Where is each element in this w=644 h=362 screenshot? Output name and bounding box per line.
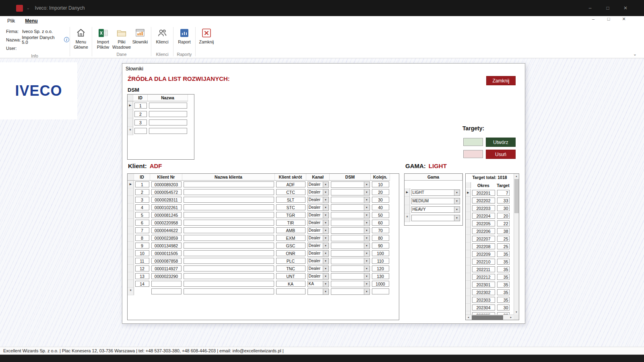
form-close-button[interactable]: ✕ [621, 16, 627, 22]
okres-cell[interactable]: 202201 [472, 190, 495, 196]
klient-skrot-cell[interactable]: STC [276, 204, 305, 210]
dsm-nazwa-cell[interactable] [149, 111, 187, 117]
id-cell[interactable]: 3 [135, 197, 149, 203]
nazwa-klienta-cell[interactable] [184, 189, 274, 195]
column-header[interactable]: Kolejn. [371, 174, 390, 181]
scroll-right-icon[interactable]: ► [508, 315, 514, 320]
kolejn-cell[interactable]: 30 [372, 197, 389, 203]
info-icon[interactable]: i [64, 37, 69, 42]
target-cell[interactable]: 35 [497, 266, 510, 272]
column-header[interactable]: Klient Nr [150, 174, 182, 181]
row-selector[interactable] [466, 235, 471, 243]
dsm-select[interactable]: ▼ [331, 288, 370, 295]
dsm-id-cell[interactable]: 2 [134, 111, 147, 117]
nazwa-klienta-cell[interactable] [184, 258, 274, 264]
row-selector[interactable] [128, 219, 134, 226]
kanal-select[interactable]: Dealer▼ [308, 227, 329, 234]
kanal-select[interactable]: Dealer▼ [308, 197, 329, 203]
klient-skrot-cell[interactable]: AMB [276, 227, 305, 233]
kanal-select[interactable]: KA▼ [308, 281, 329, 287]
row-selector[interactable] [466, 258, 471, 265]
row-selector[interactable] [466, 204, 471, 212]
klient-nr-cell[interactable]: 0000220958 [151, 220, 182, 226]
row-selector[interactable] [128, 211, 134, 219]
okres-cell[interactable]: 202302 [472, 289, 495, 295]
target-cell[interactable]: 33 [497, 197, 510, 204]
kolejn-cell[interactable]: 20 [372, 189, 389, 195]
row-selector[interactable] [466, 220, 471, 227]
okres-cell[interactable]: 202204 [472, 213, 495, 219]
row-selector[interactable]: * [128, 288, 134, 295]
nazwa-klienta-cell[interactable] [184, 220, 274, 226]
dsm-nazwa-cell[interactable] [149, 119, 187, 125]
kanal-select[interactable]: Dealer▼ [308, 243, 329, 249]
klient-skrot-cell[interactable]: SLT [276, 197, 305, 203]
form-maximize-button[interactable]: □ [605, 16, 612, 22]
id-cell[interactable]: 8 [135, 235, 149, 241]
target-column-header[interactable]: Target [496, 182, 510, 188]
klient-skrot-cell[interactable]: TGR [276, 212, 305, 218]
target-cell[interactable]: 35 [497, 259, 510, 265]
row-selector[interactable] [128, 188, 134, 196]
klient-skrot-cell[interactable]: TNC [276, 265, 305, 272]
klient-nr-cell[interactable]: 0000011505 [151, 250, 182, 256]
kolejn-cell[interactable]: 80 [372, 235, 389, 241]
klient-nr-cell[interactable]: 0000028311 [151, 197, 182, 203]
row-selector[interactable]: ▶ [466, 189, 471, 197]
target-cell[interactable]: 20 [497, 213, 510, 219]
kanal-select[interactable]: Dealer▼ [308, 212, 329, 218]
row-selector[interactable] [466, 296, 471, 304]
dsm-select[interactable]: ▼ [331, 273, 370, 280]
klient-skrot-cell[interactable]: ADF [276, 181, 305, 187]
gama-select[interactable]: HEAVY▼ [411, 206, 460, 213]
kanal-select[interactable]: ▼ [308, 288, 329, 295]
ribbon-button-zamknij[interactable]: Zamknij [197, 25, 216, 45]
zamknij-button[interactable]: Zamknij [486, 76, 516, 85]
scroll-down-icon[interactable]: ▼ [514, 310, 519, 315]
target-cell[interactable]: 35 [497, 282, 510, 288]
row-selector[interactable] [128, 196, 134, 204]
dsm-select[interactable]: ▼ [331, 227, 370, 234]
dsm-select[interactable]: ▼ [331, 197, 370, 203]
kolejn-cell[interactable]: 90 [372, 243, 389, 249]
menu-menu[interactable]: Menu [25, 18, 37, 24]
dsm-select[interactable]: ▼ [331, 258, 370, 264]
scroll-up-icon[interactable]: ▲ [514, 174, 519, 179]
kolejn-cell[interactable]: 40 [372, 204, 389, 210]
row-selector[interactable]: * [128, 127, 133, 135]
column-header[interactable]: DSM [330, 174, 371, 181]
klient-nr-cell[interactable]: 0000134982 [151, 243, 182, 249]
minimize-button[interactable]: – [581, 0, 599, 16]
nazwa-klienta-cell[interactable] [184, 265, 274, 272]
dsm-select[interactable]: ▼ [331, 250, 370, 257]
klient-skrot-cell[interactable]: GSC [276, 243, 305, 249]
target-cell[interactable]: 30 [497, 205, 510, 211]
dsm-select[interactable]: ▼ [331, 220, 370, 226]
okres-cell[interactable]: 202210 [472, 259, 495, 265]
kanal-select[interactable]: Dealer▼ [308, 273, 329, 280]
id-cell[interactable]: 13 [135, 273, 149, 279]
target-cell[interactable]: 30 [497, 304, 510, 311]
scrollbar-thumb[interactable] [514, 179, 519, 213]
klient-nr-cell[interactable]: 0000081245 [151, 212, 182, 218]
target-cell[interactable]: 22 [497, 220, 510, 226]
okres-cell[interactable]: 202209 [472, 251, 495, 257]
vertical-scrollbar[interactable]: ▲ ▼ [514, 174, 519, 315]
row-selector[interactable] [128, 118, 133, 127]
klient-skrot-cell[interactable]: EXM [276, 235, 305, 241]
okres-cell[interactable]: 202304 [472, 304, 495, 311]
kolejn-cell[interactable]: 60 [372, 220, 389, 226]
klient-nr-cell[interactable]: 0000044622 [151, 227, 182, 233]
okres-cell[interactable]: 202202 [472, 197, 495, 204]
klient-skrot-cell[interactable]: CTC [276, 189, 305, 195]
maximize-button[interactable]: □ [599, 0, 617, 16]
okres-cell[interactable]: 202211 [472, 266, 495, 272]
target-cell[interactable]: 7 [497, 190, 510, 196]
nazwa-klienta-cell[interactable] [184, 288, 274, 294]
klient-nr-cell[interactable]: 0000089203 [151, 181, 182, 187]
row-selector[interactable] [128, 204, 134, 211]
column-header[interactable]: ID [134, 174, 150, 181]
close-button[interactable]: ✕ [617, 0, 634, 16]
dsm-select[interactable]: ▼ [331, 181, 370, 188]
klient-nr-cell[interactable]: 0000023859 [151, 235, 182, 241]
